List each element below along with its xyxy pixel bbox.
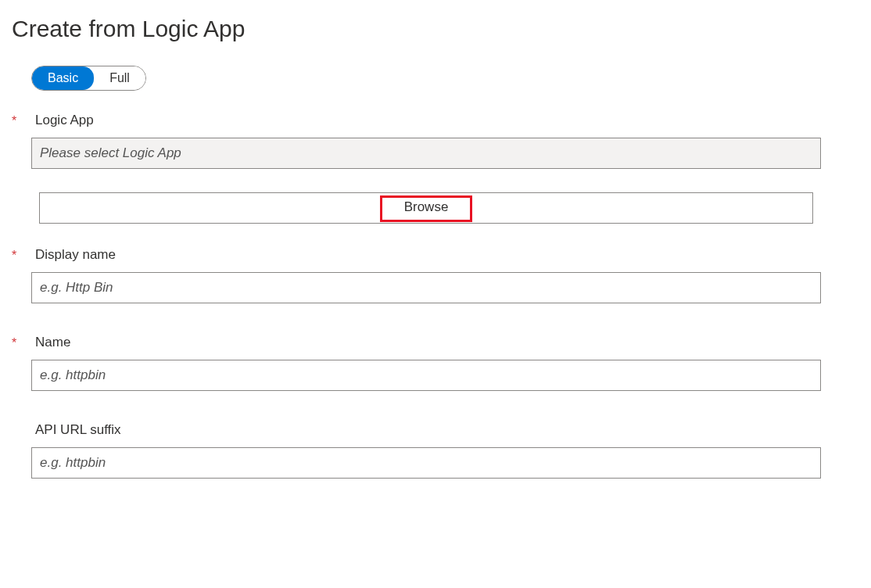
api-url-suffix-label: API URL suffix xyxy=(35,422,121,438)
name-input[interactable] xyxy=(31,360,821,391)
name-label: Name xyxy=(35,335,70,350)
toggle-full[interactable]: Full xyxy=(94,66,145,90)
display-name-label: Display name xyxy=(35,247,116,263)
logic-app-label: Logic App xyxy=(35,113,94,128)
name-row: * Name xyxy=(12,335,859,350)
required-marker: * xyxy=(12,247,35,263)
logic-app-row: * Logic App xyxy=(12,113,859,128)
page-title: Create from Logic App xyxy=(12,16,859,42)
logic-app-input[interactable] xyxy=(31,138,821,169)
display-name-field-container xyxy=(31,272,840,303)
view-toggle: Basic Full xyxy=(31,66,146,91)
display-name-row: * Display name xyxy=(12,247,859,263)
required-marker: * xyxy=(12,335,35,350)
required-marker: * xyxy=(12,113,35,128)
api-url-suffix-row: API URL suffix xyxy=(12,422,859,438)
logic-app-field-container: Browse xyxy=(31,138,840,224)
browse-button-label: Browse xyxy=(380,195,473,222)
browse-button[interactable]: Browse xyxy=(39,192,813,224)
display-name-input[interactable] xyxy=(31,272,821,303)
api-url-suffix-input[interactable] xyxy=(31,447,821,479)
required-marker-empty xyxy=(12,422,35,424)
api-url-suffix-field-container xyxy=(31,447,840,479)
name-field-container xyxy=(31,360,840,391)
toggle-basic[interactable]: Basic xyxy=(32,66,94,90)
